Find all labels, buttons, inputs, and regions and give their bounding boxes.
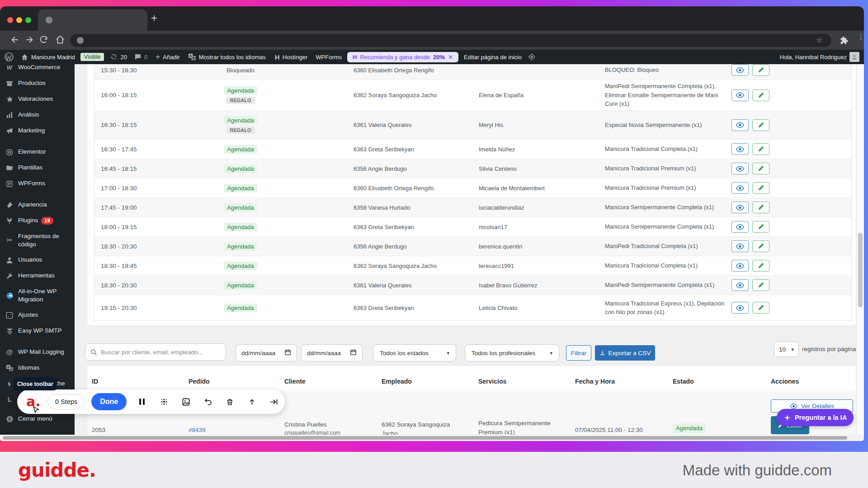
pause-icon[interactable] — [131, 398, 153, 406]
sidebar-item-plugins[interactable]: Plugins19 — [0, 213, 75, 229]
view-appointment-button[interactable] — [731, 64, 749, 76]
hostinger-label: Hostinger — [283, 54, 308, 61]
edit-appointment-button[interactable] — [752, 279, 769, 291]
view-appointment-button[interactable] — [731, 260, 749, 272]
view-appointment-button[interactable] — [731, 221, 749, 233]
sidebar-item-valoraciones[interactable]: Valoraciones — [0, 91, 75, 107]
sidebar-item-productos[interactable]: Productos — [0, 75, 75, 91]
status-badge: Agendada — [224, 223, 257, 231]
view-appointment-button[interactable] — [731, 143, 749, 155]
sidebar-item-herramientas[interactable]: Herramientas — [0, 268, 75, 284]
edit-appointment-button[interactable] — [752, 89, 769, 101]
updates-menu[interactable]: 20 — [110, 53, 127, 61]
professionals-select[interactable]: Todos los profesionales ▾ — [465, 344, 559, 361]
new-content-menu[interactable]: + Añadir — [156, 52, 180, 61]
bookmark-star-icon[interactable]: ☆ — [816, 36, 822, 44]
browser-menu-icon[interactable]: ⋮ — [858, 35, 864, 38]
blur-icon[interactable] — [153, 398, 175, 406]
appointment-client: Silvia Centeno — [479, 165, 605, 172]
maximize-window-button[interactable] — [25, 17, 31, 23]
promo-close-icon[interactable]: ✕ — [448, 54, 453, 61]
sidebar-item-idiomas[interactable]: A★Idiomas — [0, 360, 75, 376]
sidebar-item-wp-mail-logging[interactable]: @WP Mail Logging — [0, 344, 75, 360]
edit-appointment-button[interactable] — [752, 163, 769, 174]
elementor-diamond-icon[interactable] — [528, 53, 535, 61]
edit-appointment-button[interactable] — [752, 143, 769, 155]
back-button[interactable] — [10, 35, 20, 47]
image-icon[interactable] — [175, 398, 197, 406]
edit-appointment-button[interactable] — [752, 119, 769, 131]
filter-button[interactable]: Filtrar — [566, 345, 591, 361]
sidebar-item-elementor[interactable]: Elementor — [0, 144, 75, 160]
sidebar-item-marketing[interactable]: Marketing — [0, 123, 75, 139]
wpforms-menu[interactable]: WPForms — [316, 54, 342, 61]
export-csv-button[interactable]: Exportar a CSV — [595, 345, 655, 361]
languages-menu[interactable]: A✚ Mostrar todos los idiomas — [188, 53, 266, 61]
home-icon — [21, 53, 28, 61]
edit-appointment-button[interactable] — [752, 302, 769, 314]
skip-to-end-icon[interactable] — [263, 398, 285, 406]
view-appointment-button[interactable] — [731, 302, 749, 314]
view-appointment-button[interactable] — [731, 279, 749, 291]
guidde-recorder-logo[interactable]: a. — [26, 395, 42, 408]
trash-icon[interactable] — [219, 398, 241, 406]
appointment-time: 16:00 - 18:15 — [94, 92, 195, 99]
sidebar-item-easy-wp-smtp[interactable]: Easy WP SMTP — [0, 323, 75, 339]
browser-tab[interactable] — [38, 9, 147, 31]
sidebar-item-plantillas[interactable]: Plantillas — [0, 160, 75, 176]
per-page-select[interactable]: 10 ▾ — [774, 342, 799, 357]
sidebar-item-usuarios[interactable]: Usuarios — [0, 252, 75, 268]
search-input[interactable]: Buscar por cliente, email, empleado... — [85, 343, 226, 361]
horizontal-scrollbar-thumb[interactable] — [3, 436, 847, 440]
sidebar-item-apariencia[interactable]: Apariencia — [0, 197, 75, 213]
status-select[interactable]: Todos los estados ▾ — [373, 344, 456, 361]
new-tab-button[interactable]: + — [151, 12, 157, 24]
ask-ai-button[interactable]: Preguntar a la IA — [777, 409, 854, 426]
comments-menu[interactable]: 0 — [134, 53, 147, 61]
horizontal-scrollbar[interactable] — [0, 435, 864, 441]
view-appointment-button[interactable] — [731, 202, 749, 213]
appointment-employee: 6363 Greta Seribekyan — [286, 224, 479, 230]
edit-appointment-button[interactable] — [752, 260, 769, 272]
view-appointment-button[interactable] — [731, 163, 749, 174]
appointment-client: Isabel Bravo Gutierrez — [479, 282, 605, 289]
view-appointment-button[interactable] — [731, 240, 749, 252]
vertical-scrollbar-thumb[interactable] — [858, 233, 863, 307]
account-menu[interactable]: Hola, Hannibal Rodriguez — [780, 52, 859, 62]
address-site-icon — [76, 37, 84, 46]
edit-appointment-button[interactable] — [752, 240, 769, 252]
address-bar[interactable] — [70, 34, 831, 47]
order-link[interactable]: #8439 — [189, 426, 206, 435]
sidebar-item-an-lisis[interactable]: Análisis — [0, 107, 75, 123]
extensions-icon[interactable] — [840, 36, 849, 47]
edit-appointment-button[interactable] — [752, 221, 769, 233]
edit-appointment-button[interactable] — [752, 64, 769, 76]
forward-button[interactable] — [24, 35, 34, 47]
view-appointment-button[interactable] — [731, 119, 749, 131]
edit-appointment-button[interactable] — [752, 182, 769, 194]
view-appointment-button[interactable] — [731, 182, 749, 194]
vertical-scrollbar[interactable] — [857, 50, 864, 435]
edit-home-menu[interactable]: Editar página de inicio — [464, 54, 522, 61]
promo-banner[interactable]: H Recomienda y gana desde 20% ✕ — [347, 52, 458, 62]
date-to-input[interactable]: dd/mm/aaaa — [301, 344, 363, 361]
home-button[interactable] — [55, 35, 65, 47]
sidebar-item-ajustes[interactable]: Ajustes — [0, 307, 75, 323]
hostinger-menu[interactable]: H Hostinger — [275, 53, 307, 61]
undo-icon[interactable] — [197, 398, 219, 406]
appointment-employee: 6358 Vanesa Hurtado — [286, 204, 479, 211]
sidebar-item-label: Apariencia — [18, 201, 47, 209]
wp-logo-icon[interactable] — [5, 52, 14, 61]
close-window-button[interactable] — [7, 17, 13, 23]
minimize-window-button[interactable] — [16, 17, 22, 23]
done-button[interactable]: Done — [91, 393, 127, 410]
upload-icon[interactable] — [241, 398, 263, 406]
view-appointment-button[interactable] — [731, 89, 749, 101]
reload-button[interactable] — [39, 35, 48, 46]
sidebar-item-fragmentos-de-c-digo[interactable]: ✂Fragmentos de código — [0, 229, 75, 252]
edit-appointment-button[interactable] — [752, 202, 769, 213]
sidebar-item-all-in-one-wp-migration[interactable]: All-in-One WP Migration — [0, 284, 75, 307]
site-menu[interactable]: Manicure Madrid — [21, 53, 75, 61]
date-from-input[interactable]: dd/mm/aaaa — [236, 344, 297, 361]
sidebar-item-wpforms[interactable]: WPForms — [0, 176, 75, 192]
